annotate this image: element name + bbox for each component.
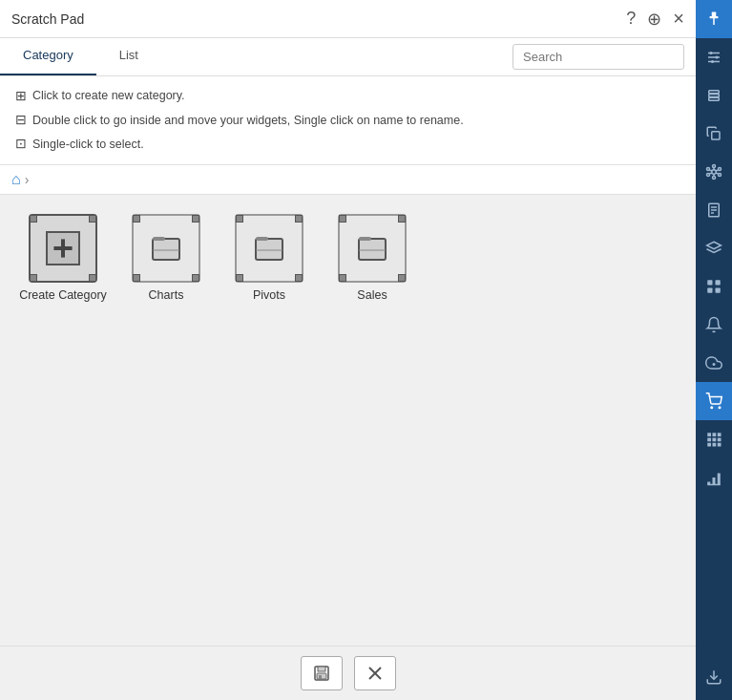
pivots-item[interactable]: Pivots xyxy=(221,214,317,302)
corner-bl xyxy=(236,274,243,282)
pivots-folder-icon xyxy=(250,229,288,267)
svg-rect-61 xyxy=(359,237,371,241)
sidebar-item-apps[interactable] xyxy=(696,267,732,306)
sidebar-item-report[interactable] xyxy=(696,191,732,229)
instruction-1-text: Click to create new category. xyxy=(32,85,185,107)
corner-br xyxy=(398,274,406,282)
svg-point-7 xyxy=(716,56,719,59)
charts-item[interactable]: Charts xyxy=(118,214,214,302)
title-bar: ? ⊕ × xyxy=(0,0,696,38)
svg-rect-42 xyxy=(713,438,717,442)
charts-folder-icon xyxy=(147,229,185,267)
svg-point-14 xyxy=(713,165,716,168)
svg-rect-34 xyxy=(716,288,721,293)
sales-icon-box xyxy=(338,214,407,283)
title-actions: ? ⊕ × xyxy=(626,8,684,30)
corner-tl xyxy=(339,215,346,223)
close-button[interactable] xyxy=(354,656,396,690)
sidebar-item-cart[interactable] xyxy=(696,382,732,420)
double-click-icon: ⊟ xyxy=(15,108,27,132)
corner-tr xyxy=(89,215,96,223)
svg-line-25 xyxy=(709,170,712,171)
create-category-label: Create Category xyxy=(19,288,107,302)
svg-point-36 xyxy=(711,407,713,409)
single-click-icon: ⊡ xyxy=(15,132,27,156)
footer xyxy=(0,646,696,700)
svg-rect-11 xyxy=(709,97,720,100)
svg-rect-45 xyxy=(713,443,717,447)
svg-rect-1 xyxy=(713,18,715,26)
svg-rect-48 xyxy=(713,477,716,485)
sidebar-item-copy[interactable] xyxy=(696,115,732,153)
svg-rect-2 xyxy=(710,16,719,18)
corner-bl xyxy=(133,274,140,282)
create-category-item[interactable]: Create Category xyxy=(15,214,111,302)
close-icon[interactable]: × xyxy=(673,8,684,30)
save-icon xyxy=(312,664,331,683)
svg-rect-60 xyxy=(359,239,386,260)
sidebar-item-sliders[interactable] xyxy=(696,38,732,76)
instructions: ⊞ Click to create new category. ⊟ Double… xyxy=(0,76,696,165)
svg-point-17 xyxy=(713,177,716,180)
corner-br xyxy=(192,274,199,282)
tab-category[interactable]: Category xyxy=(0,38,96,75)
corner-br xyxy=(295,274,303,282)
sidebar-item-layers[interactable] xyxy=(696,76,732,115)
create-category-icon-box xyxy=(29,214,97,283)
x-icon xyxy=(367,666,383,681)
tabs-row: Category List xyxy=(0,38,696,76)
breadcrumb: ⌂ › xyxy=(0,165,696,195)
instruction-2: ⊟ Double click to go inside and move you… xyxy=(15,108,680,132)
svg-rect-10 xyxy=(709,95,720,97)
sidebar-item-bell[interactable] xyxy=(696,306,732,344)
tabs-section: Category List xyxy=(0,38,161,75)
corner-tr xyxy=(398,215,406,223)
svg-point-18 xyxy=(707,174,710,177)
svg-rect-55 xyxy=(153,237,165,241)
home-icon[interactable]: ⌂ xyxy=(11,171,21,188)
svg-rect-66 xyxy=(319,675,322,679)
svg-marker-30 xyxy=(707,242,722,249)
sidebar-item-grid[interactable] xyxy=(696,420,732,458)
svg-rect-49 xyxy=(718,474,721,485)
sidebar-item-stack[interactable] xyxy=(696,229,732,267)
sidebar-item-hub[interactable] xyxy=(696,153,732,191)
svg-rect-39 xyxy=(713,433,717,436)
svg-rect-9 xyxy=(709,91,720,94)
main-panel: ? ⊕ × Category List ⊞ Click to create ne… xyxy=(0,0,696,700)
sidebar-item-cloud[interactable] xyxy=(696,344,732,382)
sidebar-item-pin[interactable] xyxy=(696,0,732,38)
tab-list[interactable]: List xyxy=(96,38,161,75)
instruction-3: ⊡ Single-click to select. xyxy=(15,132,680,156)
svg-rect-40 xyxy=(718,433,722,436)
svg-rect-43 xyxy=(718,438,722,442)
search-input[interactable] xyxy=(512,44,684,70)
sidebar-item-download[interactable] xyxy=(696,658,732,696)
instruction-3-text: Single-click to select. xyxy=(32,134,144,156)
svg-line-24 xyxy=(709,173,712,174)
svg-rect-31 xyxy=(707,280,712,285)
category-grid: Create Category Charts xyxy=(15,214,680,302)
sales-folder-icon xyxy=(353,229,391,267)
svg-rect-54 xyxy=(153,239,179,260)
pivots-label: Pivots xyxy=(253,288,285,302)
create-icon: ⊞ xyxy=(15,84,27,108)
help-icon[interactable]: ? xyxy=(626,9,636,29)
plus-icon xyxy=(48,229,78,267)
corner-tl xyxy=(30,215,37,223)
title-input[interactable] xyxy=(11,11,626,27)
corner-bl xyxy=(339,274,346,282)
sales-item[interactable]: Sales xyxy=(324,214,420,302)
sidebar-item-bar[interactable] xyxy=(696,458,732,497)
svg-rect-32 xyxy=(716,280,721,285)
svg-point-16 xyxy=(719,174,722,177)
save-button[interactable] xyxy=(301,656,343,690)
move-icon[interactable]: ⊕ xyxy=(647,9,661,30)
svg-rect-46 xyxy=(718,443,722,447)
content-area: Create Category Charts xyxy=(0,195,696,646)
breadcrumb-chevron: › xyxy=(25,172,30,187)
charts-icon-box xyxy=(132,214,200,283)
svg-rect-12 xyxy=(712,132,720,139)
corner-tr xyxy=(192,215,199,223)
svg-rect-38 xyxy=(707,433,711,436)
